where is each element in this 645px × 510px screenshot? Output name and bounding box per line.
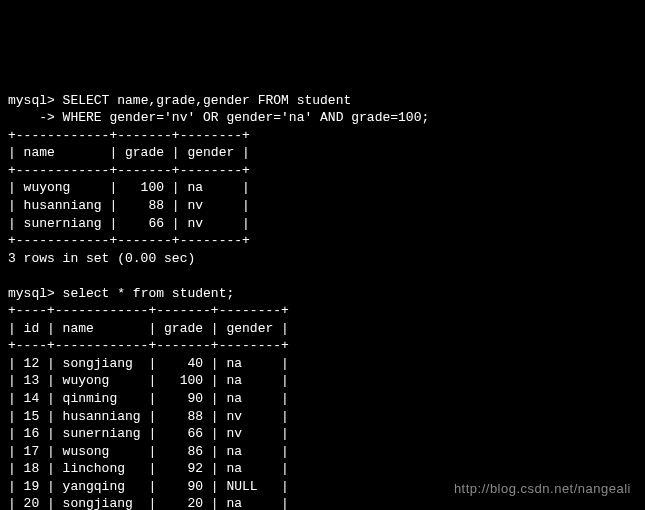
table-row: | 19 | yangqing | 90 | NULL | [8, 479, 289, 494]
table-row: | 18 | linchong | 92 | na | [8, 461, 289, 476]
table-row: | husanniang | 88 | nv | [8, 198, 250, 213]
query-text: select * from student; [55, 286, 234, 301]
table-row: | 14 | qinming | 90 | na | [8, 391, 289, 406]
table-border: +------------+-------+--------+ [8, 163, 250, 178]
table-row: | 13 | wuyong | 100 | na | [8, 373, 289, 388]
table-border: +------------+-------+--------+ [8, 233, 250, 248]
table-border: +----+------------+-------+--------+ [8, 338, 289, 353]
mysql-prompt: mysql> [8, 93, 55, 108]
result-footer: 3 rows in set (0.00 sec) [8, 251, 195, 266]
table-row: | sunerniang | 66 | nv | [8, 216, 250, 231]
query-text: WHERE gender='nv' OR gender='na' AND gra… [55, 110, 429, 125]
table-row: | 17 | wusong | 86 | na | [8, 444, 289, 459]
table-row: | 12 | songjiang | 40 | na | [8, 356, 289, 371]
table-row: | 16 | sunerniang | 66 | nv | [8, 426, 289, 441]
mysql-prompt: mysql> [8, 286, 55, 301]
continuation-prompt: -> [8, 110, 55, 125]
table-header: | name | grade | gender | [8, 145, 250, 160]
table-row: | 20 | songjiang | 20 | na | [8, 496, 289, 510]
watermark-text: http://blog.csdn.net/nangeali [454, 480, 631, 498]
table-row: | 15 | husanniang | 88 | nv | [8, 409, 289, 424]
table-border: +------------+-------+--------+ [8, 128, 250, 143]
query-text: SELECT name,grade,gender FROM student [55, 93, 351, 108]
table-row: | wuyong | 100 | na | [8, 180, 250, 195]
table-header: | id | name | grade | gender | [8, 321, 289, 336]
table-border: +----+------------+-------+--------+ [8, 303, 289, 318]
terminal-output: mysql> SELECT name,grade,gender FROM stu… [8, 74, 637, 510]
